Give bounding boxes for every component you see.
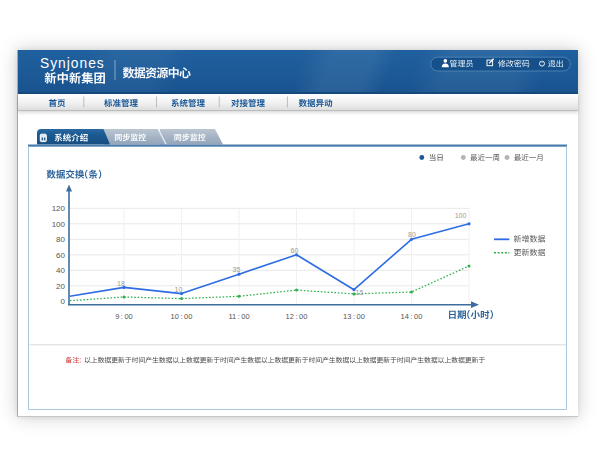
svg-text:40: 40 — [56, 266, 65, 275]
svg-text:Synjones: Synjones — [40, 56, 105, 71]
svg-text:60: 60 — [56, 251, 65, 260]
svg-text:80: 80 — [408, 231, 416, 238]
svg-text:11 : 00: 11 : 00 — [228, 312, 249, 321]
svg-text:9 : 00: 9 : 00 — [115, 312, 133, 321]
svg-text:10: 10 — [175, 286, 183, 293]
svg-text:20: 20 — [56, 282, 65, 291]
svg-text:12 : 00: 12 : 00 — [286, 312, 308, 321]
svg-text:100: 100 — [52, 220, 66, 229]
svg-text:14 : 00: 14 : 00 — [401, 312, 423, 321]
svg-text:60: 60 — [291, 247, 299, 254]
svg-text:100: 100 — [455, 212, 467, 219]
svg-text:80: 80 — [56, 235, 65, 244]
svg-text:120: 120 — [52, 204, 66, 213]
svg-text:18: 18 — [117, 280, 125, 287]
svg-text:13 : 00: 13 : 00 — [343, 312, 365, 321]
svg-text:10 : 00: 10 : 00 — [171, 312, 193, 321]
svg-text:0: 0 — [61, 297, 66, 306]
svg-text:15: 15 — [356, 289, 364, 296]
svg-text:35: 35 — [233, 266, 241, 273]
